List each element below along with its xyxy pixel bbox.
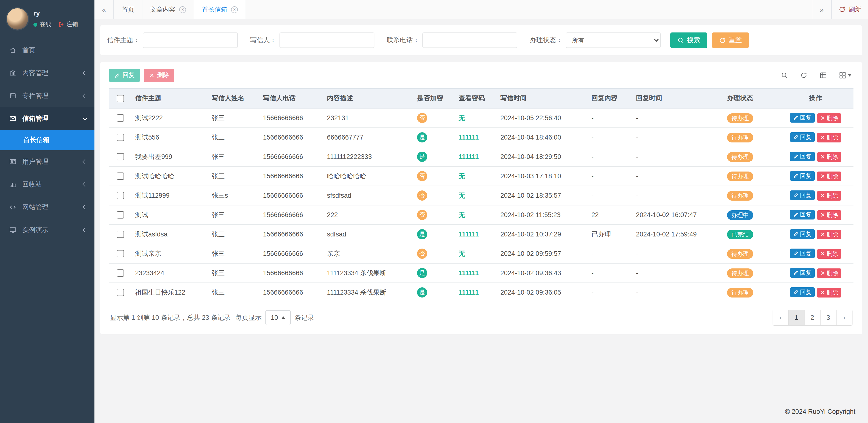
sidebar-item-home[interactable]: 首页 (0, 39, 94, 62)
sidebar-subitem-label: 首长信箱 (23, 136, 50, 144)
row-checkbox[interactable] (117, 173, 124, 180)
pagination-prev-button[interactable]: ‹ (773, 310, 788, 326)
row-delete-button[interactable]: 删除 (817, 172, 841, 181)
sidebar-item-user-mgmt[interactable]: 用户管理 (0, 150, 94, 173)
row-reply-button[interactable]: 回复 (790, 152, 814, 161)
row-checkbox[interactable] (117, 212, 124, 219)
cell-reply-time: - (632, 147, 723, 167)
row-checkbox[interactable] (117, 115, 124, 122)
sidebar-item-column-mgmt[interactable]: 专栏管理 (0, 84, 94, 107)
writer-input[interactable] (279, 32, 374, 48)
cell-view-password: 111111 (459, 153, 479, 160)
table-header-row: 信件主题写信人姓名写信人电话内容描述是否加密查看密码写信时间回复内容回复时间办理… (109, 88, 854, 108)
table-toggle-view-button[interactable] (819, 72, 827, 79)
row-reply-button[interactable]: 回复 (790, 230, 814, 239)
status-badge: 待办理 (727, 132, 753, 142)
cell-reply-content: - (588, 128, 632, 147)
row-delete-button[interactable]: 删除 (817, 288, 841, 298)
row-delete-button[interactable]: 删除 (817, 133, 841, 143)
app-root: ry 在线 注销 首页内容管理专栏管理信箱管理首长信箱用户管理回收站网站管理实例… (0, 0, 868, 423)
avatar[interactable] (7, 8, 28, 30)
tab-close-icon[interactable]: × (179, 6, 186, 13)
reset-button[interactable]: 重置 (712, 32, 749, 48)
tab-chief-mailbox[interactable]: 首长信箱× (194, 0, 246, 19)
page-size-dropdown[interactable]: 10 (266, 310, 290, 325)
row-checkbox[interactable] (117, 289, 124, 296)
cell-view-password: 无 (459, 172, 465, 180)
bulk-delete-button[interactable]: 删除 (144, 69, 175, 82)
bank-icon (9, 69, 18, 77)
row-reply-button[interactable]: 回复 (790, 249, 814, 259)
column-header: 查看密码 (455, 88, 496, 108)
tab-article-content[interactable]: 文章内容× (143, 0, 194, 19)
status-select[interactable]: 所有 (565, 32, 660, 48)
row-reply-button[interactable]: 回复 (790, 113, 814, 123)
chevron-down-icon (848, 74, 851, 77)
cell-write-time: 2024-10-02 11:55:23 (496, 205, 588, 224)
table-row: 祖国生日快乐122张三15666666666111123334 杀伐果断是111… (109, 283, 854, 302)
sidebar-item-demo[interactable]: 实例演示 (0, 218, 94, 241)
search-button[interactable]: 搜索 (670, 32, 707, 48)
pagination-page-1[interactable]: 1 (788, 310, 805, 326)
tab-home[interactable]: 首页 (114, 0, 143, 19)
tabs-scroll-right-button[interactable]: » (812, 0, 831, 19)
phone-input[interactable] (423, 32, 517, 48)
table-refresh-button[interactable] (800, 72, 807, 79)
row-reply-button[interactable]: 回复 (790, 210, 814, 220)
cell-writer-phone: 15666666666 (259, 186, 323, 205)
column-header: 内容描述 (323, 88, 413, 108)
x-icon (820, 232, 825, 237)
row-reply-button[interactable]: 回复 (790, 268, 814, 278)
subject-input[interactable] (143, 32, 238, 48)
cell-reply-time: - (632, 186, 723, 205)
subject-label: 信件主题： (107, 36, 140, 44)
refresh-tab-button[interactable]: 刷新 (831, 0, 868, 19)
row-delete-button[interactable]: 删除 (817, 268, 841, 278)
tabs-scroll-left-button[interactable]: « (94, 0, 114, 19)
cell-view-password: 111111 (459, 289, 479, 296)
row-checkbox[interactable] (117, 192, 124, 200)
sidebar-item-site-mgmt[interactable]: 网站管理 (0, 196, 94, 218)
encrypted-badge: 否 (417, 210, 427, 220)
logout-link[interactable]: 注销 (58, 20, 78, 29)
row-delete-button[interactable]: 删除 (817, 191, 841, 201)
row-reply-button[interactable]: 回复 (790, 132, 814, 142)
x-icon (820, 271, 825, 276)
table-search-button[interactable] (781, 72, 788, 79)
cell-reply-content: - (588, 283, 632, 302)
sidebar-item-content-mgmt[interactable]: 内容管理 (0, 62, 94, 84)
chevron-left-icon (83, 205, 87, 210)
sidebar-item-recycle-bin[interactable]: 回收站 (0, 173, 94, 196)
encrypted-badge: 否 (417, 248, 427, 259)
tab-close-icon[interactable]: × (231, 6, 238, 13)
row-checkbox[interactable] (117, 134, 124, 141)
column-header: 回复内容 (588, 88, 632, 108)
row-checkbox[interactable] (117, 231, 124, 238)
table-columns-button[interactable] (839, 72, 851, 79)
cell-writer-name: 张三 (208, 167, 259, 186)
row-delete-button[interactable]: 删除 (817, 249, 841, 259)
sidebar-item-label: 网站管理 (22, 203, 49, 212)
pagination-page-2[interactable]: 2 (805, 310, 820, 326)
pagination-next-button[interactable]: › (837, 310, 852, 326)
row-checkbox[interactable] (117, 250, 124, 258)
code-icon (9, 204, 18, 211)
edit-icon (793, 192, 799, 199)
bulk-reply-button[interactable]: 回复 (109, 69, 140, 82)
sidebar-subitem-chief-mailbox[interactable]: 首长信箱 (0, 130, 94, 150)
row-reply-button[interactable]: 回复 (790, 288, 814, 297)
sidebar-item-mailbox-mgmt[interactable]: 信箱管理 (0, 107, 94, 130)
row-delete-button[interactable]: 删除 (817, 210, 841, 220)
row-checkbox[interactable] (117, 270, 124, 277)
row-checkbox[interactable] (117, 153, 124, 161)
row-reply-button[interactable]: 回复 (790, 191, 814, 200)
cell-description: sdfsad (323, 224, 413, 244)
row-reply-button[interactable]: 回复 (790, 171, 814, 181)
row-delete-button[interactable]: 删除 (817, 113, 841, 123)
pagination-page-3[interactable]: 3 (820, 310, 837, 326)
row-delete-button[interactable]: 删除 (817, 230, 841, 239)
sidebar-item-label: 首页 (22, 46, 35, 55)
row-delete-button[interactable]: 删除 (817, 152, 841, 162)
select-all-checkbox[interactable] (117, 95, 124, 102)
cell-subject: 我要出差999 (131, 147, 208, 167)
